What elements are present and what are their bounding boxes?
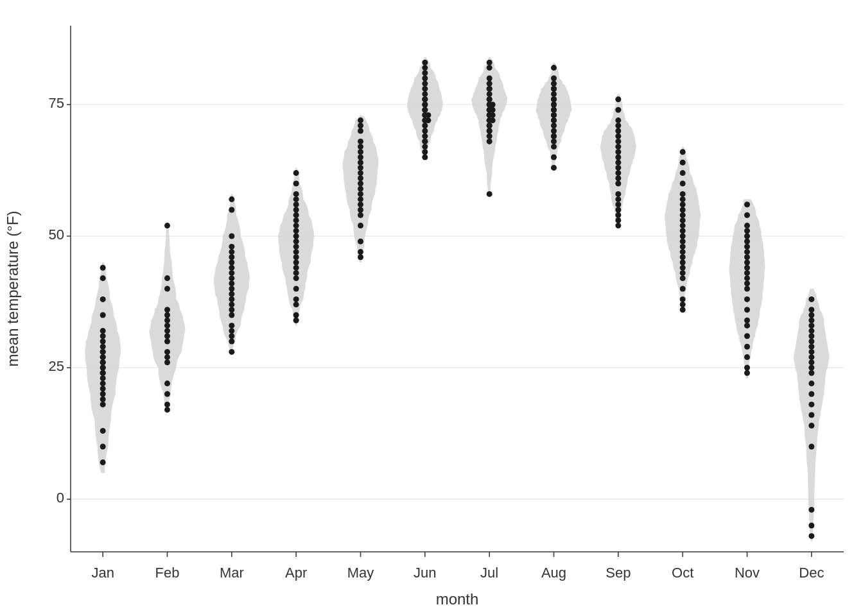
svg-point-58 — [164, 359, 170, 365]
svg-point-239 — [615, 191, 621, 197]
svg-point-226 — [615, 117, 621, 123]
svg-point-310 — [808, 349, 814, 355]
svg-point-304 — [808, 318, 814, 323]
svg-point-294 — [744, 333, 750, 339]
svg-point-307 — [808, 333, 814, 339]
svg-point-227 — [615, 123, 621, 128]
svg-point-262 — [680, 244, 686, 250]
svg-point-254 — [680, 201, 686, 207]
svg-point-194 — [487, 139, 493, 144]
svg-point-73 — [229, 270, 234, 276]
svg-point-200 — [551, 81, 557, 87]
svg-text:50: 50 — [49, 227, 64, 243]
svg-point-83 — [229, 328, 234, 334]
svg-text:0: 0 — [57, 490, 64, 506]
svg-point-89 — [293, 170, 299, 176]
svg-text:May: May — [347, 565, 374, 581]
svg-point-22 — [100, 333, 106, 339]
svg-point-250 — [680, 170, 686, 176]
svg-point-243 — [615, 212, 621, 218]
svg-point-77 — [229, 291, 234, 297]
svg-point-57 — [164, 354, 170, 360]
svg-point-59 — [164, 381, 170, 386]
svg-point-68 — [229, 244, 234, 250]
svg-point-236 — [615, 170, 621, 176]
svg-point-49 — [164, 307, 170, 312]
svg-point-38 — [100, 391, 106, 397]
svg-point-103 — [293, 254, 299, 260]
svg-point-48 — [164, 286, 170, 292]
svg-point-281 — [744, 244, 750, 250]
svg-point-23 — [100, 339, 106, 345]
svg-point-283 — [744, 254, 750, 260]
svg-point-316 — [808, 391, 814, 397]
svg-point-312 — [808, 359, 814, 365]
svg-point-118 — [358, 139, 363, 144]
svg-point-285 — [744, 265, 750, 271]
svg-text:mean temperature (°F): mean temperature (°F) — [4, 210, 21, 366]
svg-text:Mar: Mar — [220, 565, 244, 581]
svg-point-185 — [490, 112, 496, 118]
svg-point-323 — [808, 533, 814, 539]
svg-point-52 — [164, 323, 170, 329]
svg-point-128 — [358, 191, 363, 197]
svg-point-35 — [100, 375, 106, 381]
svg-point-268 — [680, 275, 686, 281]
svg-point-284 — [744, 260, 750, 266]
svg-point-101 — [293, 244, 299, 250]
svg-point-296 — [744, 354, 750, 360]
svg-point-121 — [358, 155, 363, 160]
svg-point-158 — [422, 123, 428, 128]
svg-point-95 — [293, 212, 299, 218]
svg-point-104 — [293, 260, 299, 266]
svg-point-28 — [100, 354, 106, 360]
svg-point-322 — [808, 523, 814, 529]
svg-point-122 — [358, 160, 363, 166]
svg-point-34 — [100, 370, 106, 376]
svg-point-260 — [680, 234, 686, 239]
svg-point-230 — [615, 139, 621, 144]
svg-point-205 — [551, 96, 557, 102]
svg-point-203 — [551, 91, 557, 97]
svg-point-60 — [164, 391, 170, 397]
svg-text:Sep: Sep — [606, 565, 631, 581]
svg-point-320 — [808, 444, 814, 450]
svg-point-277 — [744, 223, 750, 228]
svg-point-157 — [425, 117, 431, 123]
svg-point-309 — [808, 344, 814, 350]
svg-point-26 — [100, 349, 106, 355]
svg-point-292 — [744, 318, 750, 323]
svg-point-132 — [358, 212, 363, 218]
svg-point-46 — [164, 223, 170, 228]
svg-point-233 — [615, 155, 621, 160]
svg-point-182 — [490, 107, 496, 113]
svg-point-86 — [229, 349, 234, 355]
svg-point-244 — [615, 218, 621, 223]
svg-point-139 — [422, 60, 428, 65]
svg-text:Jul: Jul — [480, 565, 498, 581]
svg-point-151 — [422, 107, 428, 113]
svg-point-100 — [293, 239, 299, 244]
svg-point-176 — [487, 96, 493, 102]
svg-text:Dec: Dec — [799, 565, 824, 581]
svg-point-90 — [293, 181, 299, 187]
svg-point-192 — [487, 128, 493, 134]
svg-point-241 — [615, 201, 621, 207]
svg-point-237 — [615, 175, 621, 181]
svg-point-159 — [422, 128, 428, 134]
svg-point-67 — [229, 234, 234, 239]
svg-point-99 — [293, 234, 299, 239]
svg-point-124 — [358, 170, 363, 176]
svg-point-144 — [422, 86, 428, 92]
svg-point-94 — [293, 207, 299, 213]
svg-point-314 — [808, 370, 814, 376]
svg-point-179 — [490, 102, 496, 108]
svg-point-123 — [358, 165, 363, 171]
svg-point-278 — [744, 228, 750, 234]
svg-point-235 — [615, 165, 621, 171]
svg-point-215 — [551, 128, 557, 134]
svg-point-202 — [551, 86, 557, 92]
svg-point-98 — [293, 228, 299, 234]
svg-point-131 — [358, 207, 363, 213]
svg-point-19 — [100, 296, 106, 302]
